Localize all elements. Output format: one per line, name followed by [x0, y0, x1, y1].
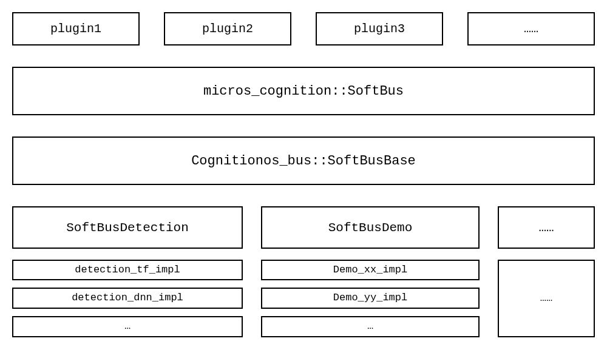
- plugin-box: plugin2: [164, 12, 291, 46]
- softbus-detection: SoftBusDetection: [12, 206, 243, 249]
- detection-group: SoftBusDetection: [12, 206, 243, 249]
- group-title-row: SoftBusDetection SoftBusDemo ……: [12, 206, 595, 249]
- demo-group: SoftBusDemo: [261, 206, 480, 249]
- plugin-more: ……: [467, 12, 595, 46]
- demo-impls: Demo_xx_impl Demo_yy_impl …: [261, 260, 480, 337]
- more-impls: ……: [498, 260, 595, 337]
- softbus-more: ……: [498, 206, 595, 249]
- detection-more: …: [12, 316, 243, 337]
- plugin-row: plugin1 plugin2 plugin3 ……: [12, 12, 595, 46]
- demo-more: …: [261, 316, 480, 337]
- detection-dnn-impl: detection_dnn_impl: [12, 288, 243, 308]
- plugin-box: plugin3: [316, 12, 443, 46]
- impl-row-container: detection_tf_impl detection_dnn_impl … D…: [12, 260, 595, 337]
- demo-xx-impl: Demo_xx_impl: [261, 260, 480, 280]
- detection-tf-impl: detection_tf_impl: [12, 260, 243, 280]
- more-impl: ……: [498, 260, 595, 337]
- softbusbase-layer: Cognitionos_bus::SoftBusBase: [12, 136, 595, 185]
- detection-impls: detection_tf_impl detection_dnn_impl …: [12, 260, 243, 337]
- plugin-box: plugin1: [12, 12, 140, 46]
- softbus-layer: micros_cognition::SoftBus: [12, 67, 595, 115]
- softbus-row: micros_cognition::SoftBus: [12, 67, 595, 115]
- softbus-demo: SoftBusDemo: [261, 206, 480, 249]
- softbusbase-row: Cognitionos_bus::SoftBusBase: [12, 136, 595, 185]
- more-group: ……: [498, 206, 595, 249]
- demo-yy-impl: Demo_yy_impl: [261, 288, 480, 308]
